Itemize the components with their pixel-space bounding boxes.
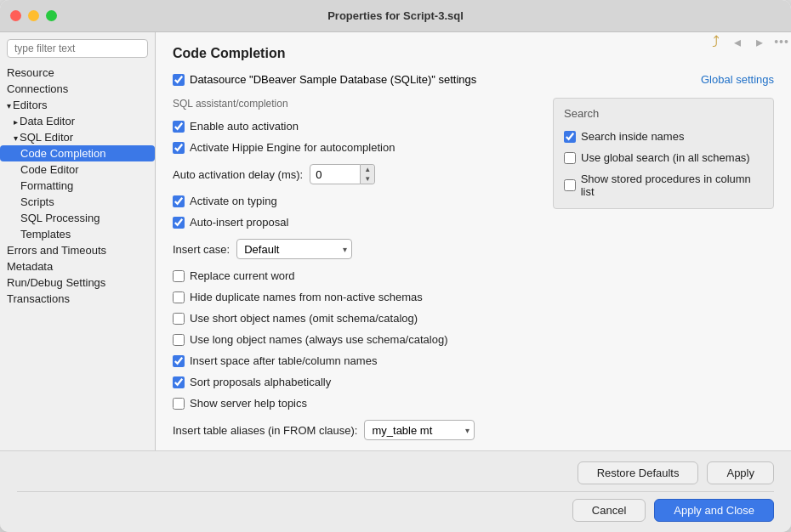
global-settings-link[interactable]: Global settings xyxy=(701,73,774,86)
navigate-icon[interactable]: ⤴ xyxy=(706,32,725,51)
label-stored-procs: Show stored procedures in column list xyxy=(581,173,763,198)
checkbox-hippie[interactable] xyxy=(173,142,185,154)
checkbox-enable-auto[interactable] xyxy=(173,121,185,133)
insert-case-select[interactable]: Default Upper case Lower case Preserve o… xyxy=(236,239,352,259)
back-icon[interactable]: ◂ xyxy=(728,32,747,51)
check-row-show-help: Show server help topics xyxy=(173,395,543,411)
check-row-activate-typing: Activate on typing xyxy=(173,193,543,209)
sidebar-item-formatting[interactable]: Formatting xyxy=(0,178,155,194)
sidebar: Resource Connections ▾Editors ▸Data Edit… xyxy=(0,32,156,450)
checkbox-auto-insert[interactable] xyxy=(173,217,185,229)
window-controls xyxy=(10,10,57,21)
panels: SQL assistant/completion Enable auto act… xyxy=(173,98,774,442)
sidebar-item-code-completion[interactable]: Code Completion xyxy=(0,145,155,161)
sidebar-item-errors-timeouts[interactable]: Errors and Timeouts xyxy=(0,242,155,258)
expand-arrow-sql-editor: ▾ xyxy=(14,133,18,143)
check-row-long-names: Use long object names (always use schema… xyxy=(173,331,543,348)
minimize-button[interactable] xyxy=(28,10,39,21)
side-panel: Search Search inside names Use global se… xyxy=(553,98,774,442)
check-row-global-search: Use global search (in all schemas) xyxy=(564,150,763,166)
window-title: Properties for Script-3.sql xyxy=(327,9,464,22)
datasource-checkbox[interactable] xyxy=(173,74,185,86)
spinner-down[interactable]: ▼ xyxy=(361,174,374,184)
delay-input[interactable]: 0 xyxy=(310,164,361,184)
check-row-short-names: Use short object names (omit schema/cata… xyxy=(173,310,543,326)
checkbox-stored-procs[interactable] xyxy=(564,179,576,191)
forward-icon[interactable]: ▸ xyxy=(750,32,769,51)
sidebar-item-run-debug[interactable]: Run/Debug Settings xyxy=(0,274,155,291)
label-enable-auto: Enable auto activation xyxy=(190,120,299,133)
insert-case-label: Insert case: xyxy=(173,243,230,256)
label-replace-word: Replace current word xyxy=(190,269,295,282)
delay-label: Auto activation delay (ms): xyxy=(173,168,303,181)
label-hide-dup: Hide duplicate names from non-active sch… xyxy=(190,291,423,303)
label-sort-alpha: Sort proposals alphabetically xyxy=(190,376,331,388)
check-row-hippie: Activate Hippie Engine for autocompletio… xyxy=(173,139,543,156)
checkbox-show-help[interactable] xyxy=(173,398,185,410)
sidebar-item-templates[interactable]: Templates xyxy=(0,226,155,242)
maximize-button[interactable] xyxy=(46,10,57,21)
label-insert-space: Insert space after table/column names xyxy=(190,354,377,367)
bottom-row-1: Restore Defaults Apply xyxy=(17,461,774,484)
checkbox-activate-typing[interactable] xyxy=(173,195,185,207)
expand-arrow-data-editor: ▸ xyxy=(14,117,18,127)
restore-defaults-button[interactable]: Restore Defaults xyxy=(578,461,699,484)
label-show-help: Show server help topics xyxy=(190,397,307,410)
checkbox-insert-space[interactable] xyxy=(173,355,185,367)
checkbox-global-search[interactable] xyxy=(564,152,576,164)
main-window: Properties for Script-3.sql Resource Con… xyxy=(0,0,791,532)
sidebar-item-resource[interactable]: Resource xyxy=(0,65,155,81)
field-row-aliases: Insert table aliases (in FROM clause): m… xyxy=(173,420,543,440)
close-button[interactable] xyxy=(10,10,21,21)
window-body: Resource Connections ▾Editors ▸Data Edit… xyxy=(0,32,791,532)
aliases-select[interactable]: my_table mt mt None xyxy=(364,420,475,440)
sql-section-label: SQL assistant/completion xyxy=(173,98,543,110)
checkbox-sort-alpha[interactable] xyxy=(173,376,185,388)
content-area: ⤴ ◂ ▸ ••• Code Completion Datasource "DB… xyxy=(156,32,791,450)
bottom-divider xyxy=(17,491,774,492)
search-box: Search Search inside names Use global se… xyxy=(553,98,774,209)
search-title: Search xyxy=(564,107,763,120)
sidebar-item-connections[interactable]: Connections xyxy=(0,81,155,97)
check-row-search-inside: Search inside names xyxy=(564,128,763,144)
bottom-bar: Restore Defaults Apply Cancel Apply and … xyxy=(0,450,791,532)
main-area: Resource Connections ▾Editors ▸Data Edit… xyxy=(0,32,791,450)
cancel-button[interactable]: Cancel xyxy=(572,499,646,522)
sidebar-item-editors[interactable]: ▾Editors xyxy=(0,97,155,113)
field-row-delay: Auto activation delay (ms): 0 ▲ ▼ xyxy=(173,164,543,184)
sidebar-item-code-editor[interactable]: Code Editor xyxy=(0,161,155,178)
check-row-stored-procs: Show stored procedures in column list xyxy=(564,171,763,200)
label-global-search: Use global search (in all schemas) xyxy=(581,151,750,164)
check-row-auto-insert: Auto-insert proposal xyxy=(173,214,543,230)
checkbox-long-names[interactable] xyxy=(173,334,185,346)
label-search-inside: Search inside names xyxy=(581,130,684,143)
expand-arrow-editors: ▾ xyxy=(7,101,11,110)
check-row-insert-space: Insert space after table/column names xyxy=(173,353,543,369)
label-long-names: Use long object names (always use schema… xyxy=(190,333,447,346)
sidebar-item-data-editor[interactable]: ▸Data Editor xyxy=(0,113,155,129)
checkbox-hide-dup[interactable] xyxy=(173,291,185,303)
spinner-up[interactable]: ▲ xyxy=(361,165,374,174)
content-title: Code Completion xyxy=(173,46,774,61)
delay-input-wrap: 0 ▲ ▼ xyxy=(310,164,375,184)
checkbox-search-inside[interactable] xyxy=(564,131,576,143)
sidebar-item-metadata[interactable]: Metadata xyxy=(0,258,155,274)
apply-close-button[interactable]: Apply and Close xyxy=(654,499,774,522)
checkbox-short-names[interactable] xyxy=(173,313,185,325)
titlebar: Properties for Script-3.sql xyxy=(0,0,791,32)
aliases-label: Insert table aliases (in FROM clause): xyxy=(173,424,357,437)
more-icon[interactable]: ••• xyxy=(772,32,791,51)
check-row-replace-word: Replace current word xyxy=(173,268,543,284)
sidebar-item-scripts[interactable]: Scripts xyxy=(0,194,155,210)
sidebar-item-sql-processing[interactable]: SQL Processing xyxy=(0,210,155,226)
filter-input[interactable] xyxy=(7,39,148,58)
spinner: ▲ ▼ xyxy=(361,164,375,184)
datasource-label: Datasource "DBeaver Sample Database (SQL… xyxy=(190,73,476,86)
apply-button[interactable]: Apply xyxy=(707,461,774,484)
label-auto-insert: Auto-insert proposal xyxy=(190,216,288,229)
label-activate-typing: Activate on typing xyxy=(190,195,277,207)
sidebar-item-sql-editor[interactable]: ▾SQL Editor xyxy=(0,129,155,145)
sidebar-item-transactions[interactable]: Transactions xyxy=(0,291,155,307)
aliases-select-wrap: my_table mt mt None ▾ xyxy=(364,420,475,440)
checkbox-replace-word[interactable] xyxy=(173,270,185,282)
